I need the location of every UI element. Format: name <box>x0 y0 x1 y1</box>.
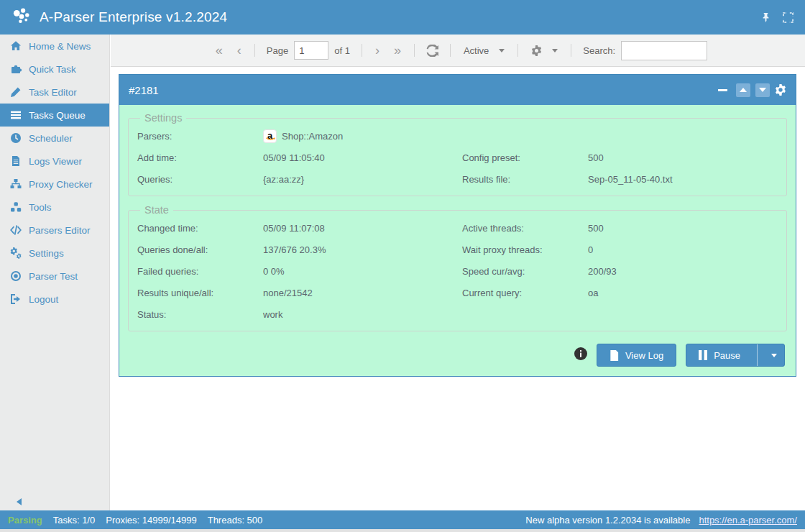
field-row: Status: work <box>137 303 778 325</box>
field-label: Results file: <box>462 174 588 185</box>
minimize-icon[interactable] <box>718 89 727 91</box>
move-down-button[interactable] <box>755 83 770 97</box>
page-count-label: of 1 <box>334 45 350 56</box>
field-label: Current query: <box>462 288 588 298</box>
state-fieldset: State Changed time: 05/09 11:07:08 Activ… <box>128 204 787 331</box>
sidebar-item-label: Scheduler <box>29 133 73 144</box>
field-value: 500 <box>588 152 778 163</box>
sidebar-item-label: Home & News <box>29 41 91 52</box>
titlebar: A-Parser Enterprise v1.2.2024 <box>0 0 805 35</box>
home-icon <box>9 40 22 52</box>
sidebar-item-quick-task[interactable]: Quick Task <box>0 58 109 81</box>
chevron-up-icon <box>740 88 747 92</box>
sidebar-item-logout[interactable]: Logout <box>0 288 109 311</box>
button-divider <box>757 344 758 366</box>
field-value: 500 <box>588 223 778 234</box>
field-row: Results unique/all: none/21542 Current q… <box>137 282 778 303</box>
sidebar-item-logs-viewer[interactable]: Logs Viewer <box>0 150 109 173</box>
update-notice: New alpha version 1.2.2034 is available <box>525 515 690 526</box>
field-label: Config preset: <box>462 152 588 163</box>
field-value: 0 <box>588 244 778 255</box>
sidebar-item-settings[interactable]: Settings <box>0 242 109 265</box>
gears-icon <box>9 247 22 259</box>
chevron-down-icon <box>499 49 505 52</box>
field-label: Wait proxy threads: <box>462 244 588 255</box>
chevron-down-icon <box>759 88 766 92</box>
main-content: #2181 Settings Parsers: a <box>111 67 805 510</box>
chevron-down-icon[interactable] <box>771 354 777 357</box>
update-link[interactable]: https://en.a-parser.com/ <box>699 515 797 526</box>
filter-dropdown[interactable]: Active <box>456 45 512 56</box>
task-panel: #2181 Settings Parsers: a <box>119 74 796 377</box>
sidebar-item-scheduler[interactable]: Scheduler <box>0 127 109 150</box>
task-panel-title: #2181 <box>129 84 159 96</box>
field-label: Queries done/all: <box>137 244 263 255</box>
statusbar: Parsing Tasks: 1/0 Proxies: 14999/14999 … <box>0 510 805 529</box>
pause-icon <box>699 350 707 360</box>
toolbar-separator <box>254 44 255 57</box>
toolbar-separator <box>571 44 571 57</box>
page-label: Page <box>267 45 288 56</box>
task-panel-header: #2181 <box>119 75 796 105</box>
task-panel-body: Settings Parsers: a Shop::Amazon Add tim… <box>119 105 796 376</box>
logout-icon <box>9 293 22 305</box>
field-value: 05/09 11:05:40 <box>263 152 325 163</box>
field-value: Shop::Amazon <box>282 131 343 142</box>
field-label: Failed queries: <box>137 266 263 277</box>
toolbar: « ‹ Page of 1 › » Active Search: <box>111 35 805 67</box>
field-row: Queries: {az:aa:zz} Results file: Sep-05… <box>137 168 778 190</box>
cubes-icon <box>9 201 22 213</box>
field-value: 137/676 20.3% <box>263 244 326 255</box>
sidebar-item-proxy-checker[interactable]: Proxy Checker <box>0 173 109 196</box>
sidebar-item-home-news[interactable]: Home & News <box>0 35 109 58</box>
clock-icon <box>9 132 22 144</box>
info-icon[interactable] <box>574 347 587 363</box>
field-label: Parsers: <box>137 131 263 142</box>
file-icon <box>9 155 22 167</box>
next-page-button[interactable]: › <box>368 44 387 57</box>
pencil-icon <box>9 86 22 98</box>
filter-value: Active <box>464 45 489 56</box>
code-icon <box>9 224 22 236</box>
sidebar-item-tools[interactable]: Tools <box>0 196 109 219</box>
search-input[interactable] <box>621 41 707 60</box>
chevron-down-icon <box>552 49 558 52</box>
sidebar-item-parsers-editor[interactable]: Parsers Editor <box>0 219 109 242</box>
settings-dropdown[interactable] <box>524 45 565 56</box>
view-log-button[interactable]: View Log <box>597 344 676 367</box>
first-page-button[interactable]: « <box>208 44 230 57</box>
field-label: Add time: <box>137 152 263 163</box>
sidebar-item-parser-test[interactable]: Parser Test <box>0 265 109 288</box>
list-icon <box>9 109 22 121</box>
sidebar-item-label: Settings <box>29 248 64 259</box>
app-title: A-Parser Enterprise v1.2.2024 <box>40 9 227 25</box>
tasks-count: Tasks: 1/0 <box>53 515 96 526</box>
prev-page-button[interactable]: ‹ <box>230 44 249 57</box>
sidebar-item-label: Quick Task <box>29 64 76 75</box>
gear-icon <box>531 45 542 56</box>
sidebar-collapse-icon[interactable] <box>17 498 22 505</box>
sidebar-item-label: Logout <box>29 294 58 305</box>
field-row: Add time: 05/09 11:05:40 Config preset: … <box>137 147 778 168</box>
pin-icon[interactable] <box>760 12 771 23</box>
field-row: Parsers: a Shop::Amazon <box>137 125 778 147</box>
refresh-icon[interactable] <box>420 45 444 57</box>
puzzle-icon <box>9 63 22 75</box>
field-label: Speed cur/avg: <box>462 266 588 277</box>
sidebar-item-label: Tools <box>29 202 52 213</box>
page-input[interactable] <box>294 41 328 60</box>
fullscreen-icon[interactable] <box>783 12 794 23</box>
sidebar-item-label: Parser Test <box>29 271 78 282</box>
sidebar-item-label: Task Editor <box>29 87 77 98</box>
pause-button[interactable]: Pause <box>686 344 785 367</box>
sidebar-item-task-editor[interactable]: Task Editor <box>0 81 109 104</box>
task-panel-footer: View Log Pause <box>128 339 787 369</box>
move-up-button[interactable] <box>736 83 750 97</box>
last-page-button[interactable]: » <box>387 44 408 57</box>
settings-legend: Settings <box>140 112 186 124</box>
panel-gear-icon[interactable] <box>775 84 786 96</box>
field-row: Changed time: 05/09 11:07:08 Active thre… <box>137 217 778 239</box>
proxies-count: Proxies: 14999/14999 <box>106 515 196 526</box>
sidebar-item-tasks-queue[interactable]: Tasks Queue <box>0 104 109 127</box>
sidebar-item-label: Proxy Checker <box>29 179 93 190</box>
